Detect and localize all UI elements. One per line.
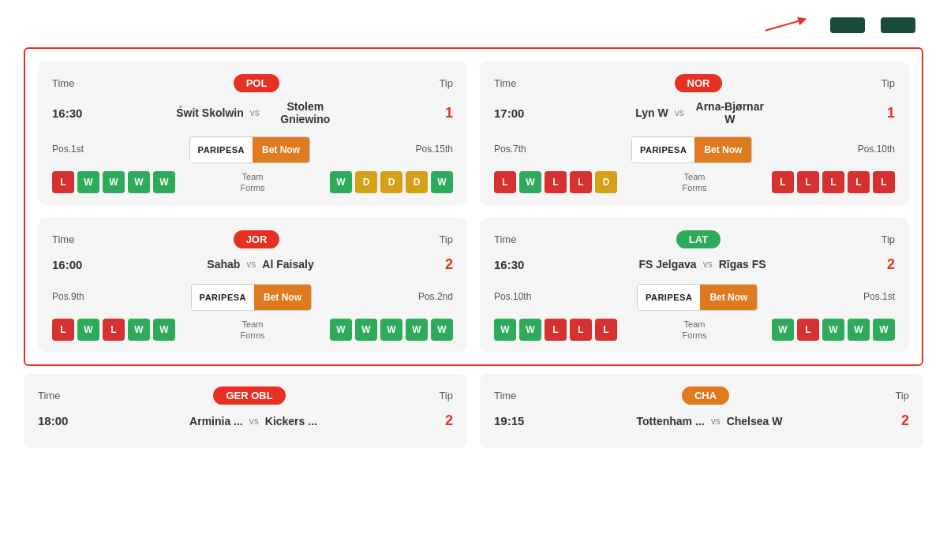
bet-row-m4: Pos.10th PARIPESA Bet Now Pos.1st [494,284,895,311]
previous-button[interactable] [830,17,865,33]
partial-matches-grid: Time GER OBL Tip 18:00 Arminia ... vs Ki… [24,374,923,448]
form-home-0: L [52,171,74,193]
match-time-m4: 16:30 [494,258,533,271]
pos-away-m3: Pos.2nd [418,291,453,304]
away-team-m2: Arna-Bjørnar W [691,100,769,125]
teams-area-m4: FS Jelgava vs Rīgas FS [533,258,871,271]
form-away-2: L [822,171,844,193]
home-team-m4: FS Jelgava [638,258,696,271]
bet-now-btn-m1[interactable]: Bet Now [253,137,309,162]
time-label: Time [494,233,526,245]
vs-label-m2: vs [675,107,684,118]
form-away-0: W [330,319,352,341]
teams-area-m2: Lyn W vs Arna-Bjørnar W [533,100,871,125]
team-forms-label-m2: TeamForms [679,171,709,194]
tip-label: Tip [871,77,895,89]
paripesa-btn-m1[interactable]: PARIPESA Bet Now [189,136,310,163]
form-away-4: W [873,319,895,341]
away-team-m4: Rīgas FS [719,258,766,271]
tip-value-m2: 1 [871,105,895,121]
bet-now-btn-m4[interactable]: Bet Now [700,285,757,310]
paripesa-logo: PARIPESA [190,137,253,162]
match-time-m3: 16:00 [52,258,92,271]
form-home-4: W [153,319,175,341]
next-button[interactable] [881,17,915,33]
form-home-3: L [570,319,592,341]
match-row-pm1: 18:00 Arminia ... vs Kickers ... 2 [38,413,453,429]
pos-home-m4: Pos.10th [494,291,531,304]
arrow-badge [762,14,814,36]
bet-now-btn-m2[interactable]: Bet Now [694,137,751,162]
form-away-0: W [330,171,352,193]
vs-label-m3: vs [246,259,256,270]
time-label: Time [52,233,84,245]
vs-label-pm1: vs [249,416,259,427]
form-home-1: W [519,319,541,341]
forms-away-m4: WLWWW [772,319,895,341]
time-label: Time [52,77,84,89]
home-team-pm1: Arminia ... [189,415,243,427]
pos-home-m2: Pos.7th [494,144,526,156]
form-away-4: L [873,171,895,193]
pos-home-m3: Pos.9th [52,291,84,304]
paripesa-logo: PARIPESA [638,285,700,310]
paripesa-btn-m3[interactable]: PARIPESA Bet Now [191,284,312,311]
form-home-2: L [103,319,125,341]
forms-home-m2: LWLLD [494,171,617,193]
league-badge-pm1: GER OBL [213,386,285,405]
match-card-m3: Time JOR Tip 16:00 Sahab vs Al Faisaly 2… [38,218,467,353]
card-header-m2: Time NOR Tip [494,74,895,92]
form-away-1: W [355,319,377,341]
match-time-pm2: 19:15 [494,414,533,427]
home-team-m3: Sahab [207,258,240,271]
tip-label: Tip [885,390,909,401]
main-matches-container: Time POL Tip 16:30 Świt Skolwin vs Stole… [24,47,923,366]
match-row-m1: 16:30 Świt Skolwin vs Stolem Gniewino 1 [52,100,453,125]
card-header-m1: Time POL Tip [52,74,453,92]
tip-value-pm2: 2 [885,413,909,429]
tip-value-pm1: 2 [429,413,453,429]
forms-row-m2: LWLLD TeamForms LLLLL [494,171,895,194]
form-home-4: L [595,319,617,341]
arrow-icon [762,14,810,36]
paripesa-btn-m4[interactable]: PARIPESA Bet Now [637,284,758,311]
teams-area-pm1: Arminia ... vs Kickers ... [77,415,429,427]
league-badge-pm2: CHA [682,386,729,405]
tip-value-m3: 2 [429,256,453,273]
tip-label: Tip [429,233,453,245]
form-home-1: W [77,171,99,193]
forms-row-m4: WWLLL TeamForms WLWWW [494,319,895,342]
forms-home-m1: LWWWW [52,171,175,193]
home-team-m2: Lyn W [635,106,668,119]
league-badge-m4: LAT [676,230,721,248]
pos-away-m4: Pos.1st [863,291,895,304]
matches-grid: Time POL Tip 16:30 Świt Skolwin vs Stole… [38,62,909,352]
bet-now-btn-m3[interactable]: Bet Now [254,285,311,310]
pos-away-m2: Pos.10th [858,144,895,156]
teams-area-m1: Świt Skolwin vs Stolem Gniewino [92,100,429,125]
forms-away-m3: WWWWW [330,319,453,341]
form-away-4: W [431,171,453,193]
vs-label-pm2: vs [711,416,721,427]
league-badge-m3: JOR [234,230,280,248]
bet-row-m3: Pos.9th PARIPESA Bet Now Pos.2nd [52,284,453,311]
bet-row-m1: Pos.1st PARIPESA Bet Now Pos.15th [52,136,453,163]
partial-card-pm2: Time CHA Tip 19:15 Tottenham ... vs Chel… [480,374,923,448]
svg-line-1 [765,20,803,31]
match-row-m4: 16:30 FS Jelgava vs Rīgas FS 2 [494,256,895,273]
paripesa-btn-m2[interactable]: PARIPESA Bet Now [631,136,752,163]
match-card-m2: Time NOR Tip 17:00 Lyn W vs Arna-Bjørnar… [480,62,909,205]
card-header-pm2: Time CHA Tip [494,386,909,405]
form-away-1: D [355,171,377,193]
teams-area-pm2: Tottenham ... vs Chelsea W [533,415,885,427]
match-row-pm2: 19:15 Tottenham ... vs Chelsea W 2 [494,413,909,429]
forms-row-m1: LWWWW TeamForms WDDDW [52,171,453,194]
home-team-pm2: Tottenham ... [637,415,705,427]
tip-value-m1: 1 [429,105,453,121]
forms-away-m1: WDDDW [330,171,453,193]
team-forms-label-m3: TeamForms [238,319,268,342]
time-label: Time [38,390,69,401]
time-label: Time [494,77,526,89]
teams-area-m3: Sahab vs Al Faisaly [92,258,429,271]
tip-label: Tip [429,77,453,89]
